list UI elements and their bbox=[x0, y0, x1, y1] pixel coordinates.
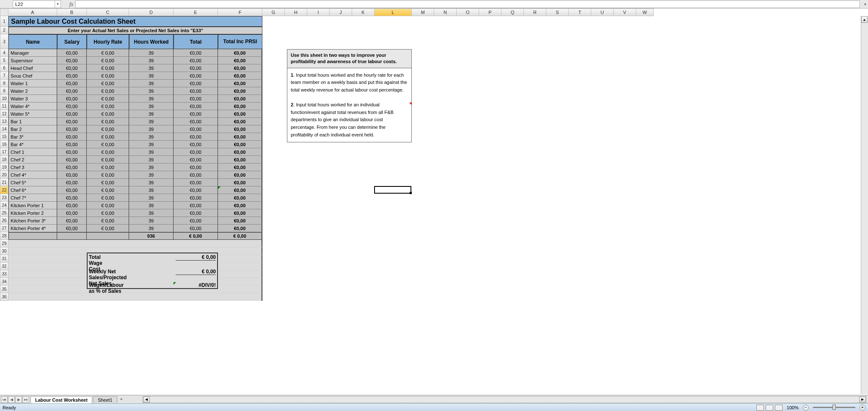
cell-E7[interactable]: €0,00 bbox=[174, 72, 218, 80]
col-header-V[interactable]: V bbox=[614, 8, 636, 16]
row-header-28[interactable]: 28 bbox=[0, 232, 8, 240]
cell-D8[interactable]: 39 bbox=[129, 80, 174, 87]
cell-F7[interactable]: €0,00 bbox=[218, 72, 262, 80]
row-header-6[interactable]: 6 bbox=[0, 64, 8, 72]
cell-B17[interactable]: €0,00 bbox=[57, 148, 87, 156]
scroll-up-icon[interactable]: ▲ bbox=[861, 16, 868, 23]
cell-B18[interactable]: €0,00 bbox=[57, 156, 87, 164]
cell-A3[interactable]: Name bbox=[8, 34, 57, 49]
row-header-12[interactable]: 12 bbox=[0, 110, 8, 118]
row-header-13[interactable]: 13 bbox=[0, 118, 8, 125]
cell-A4[interactable]: Manager bbox=[8, 49, 57, 57]
row-header-1[interactable]: 1 bbox=[0, 16, 8, 27]
cell-D14[interactable]: 39 bbox=[129, 125, 174, 133]
cell-E14[interactable]: €0,00 bbox=[174, 125, 218, 133]
cell-F10[interactable]: €0,00 bbox=[218, 95, 262, 103]
row-header-32[interactable]: 32 bbox=[0, 263, 8, 270]
cell-B25[interactable]: €0,00 bbox=[57, 209, 87, 217]
cell-B27[interactable]: €0,00 bbox=[57, 225, 87, 232]
col-header-P[interactable]: P bbox=[479, 8, 502, 16]
cell-A5[interactable]: Supervisor bbox=[8, 57, 57, 64]
cell-F11[interactable]: €0,00 bbox=[218, 103, 262, 110]
cell-A23[interactable]: Chef 7* bbox=[8, 194, 57, 202]
col-header-E[interactable]: E bbox=[174, 8, 218, 16]
row-header-24[interactable]: 24 bbox=[0, 202, 8, 209]
cell-F6[interactable]: €0,00 bbox=[218, 64, 262, 72]
cell-A8[interactable]: Waiter 1 bbox=[8, 80, 57, 87]
cell-F9[interactable]: €0,00 bbox=[218, 87, 262, 95]
cell-C5[interactable]: € 0,00 bbox=[87, 57, 129, 64]
col-header-A[interactable]: A bbox=[8, 8, 57, 16]
row-header-33[interactable]: 33 bbox=[0, 270, 8, 278]
row-header-18[interactable]: 18 bbox=[0, 156, 8, 164]
cell-C10[interactable]: € 0,00 bbox=[87, 95, 129, 103]
cell-A12[interactable]: Waiter 5* bbox=[8, 110, 57, 118]
cell-B5[interactable]: €0,00 bbox=[57, 57, 87, 64]
cell-A22[interactable]: Chef 6* bbox=[8, 186, 57, 194]
cell-E10[interactable]: €0,00 bbox=[174, 95, 218, 103]
cell-C25[interactable]: € 0,00 bbox=[87, 209, 129, 217]
cell-C24[interactable]: € 0,00 bbox=[87, 202, 129, 209]
cell-B3[interactable]: Salary bbox=[57, 34, 87, 49]
cell-D23[interactable]: 39 bbox=[129, 194, 174, 202]
cell-A18[interactable]: Chef 2 bbox=[8, 156, 57, 164]
cell-A17[interactable]: Chef 1 bbox=[8, 148, 57, 156]
cell-A2[interactable]: Enter your Actual Net Sales or Projected… bbox=[8, 27, 262, 34]
cell-F3[interactable]: Total Inc PRSI bbox=[218, 34, 262, 49]
cell-B11[interactable]: €0,00 bbox=[57, 103, 87, 110]
row-header-35[interactable]: 35 bbox=[0, 286, 8, 293]
cell-F17[interactable]: €0,00 bbox=[218, 148, 262, 156]
cell-B7[interactable]: €0,00 bbox=[57, 72, 87, 80]
cell-D28[interactable]: 936 bbox=[129, 232, 174, 240]
row-header-34[interactable]: 34 bbox=[0, 278, 8, 286]
cell-E5[interactable]: €0,00 bbox=[174, 57, 218, 64]
cell-A28[interactable] bbox=[8, 232, 57, 240]
col-header-N[interactable]: N bbox=[434, 8, 457, 16]
cell-B28[interactable] bbox=[57, 232, 87, 240]
spreadsheet-grid[interactable]: ABCDEFGHIJKLMNOPQRSTUVW 1234567891011121… bbox=[0, 8, 868, 394]
cell-C26[interactable]: € 0,00 bbox=[87, 217, 129, 225]
row-header-21[interactable]: 21 bbox=[0, 179, 8, 186]
cell-A20[interactable]: Chef 4* bbox=[8, 171, 57, 179]
cell-C19[interactable]: € 0,00 bbox=[87, 164, 129, 171]
cell-D18[interactable]: 39 bbox=[129, 156, 174, 164]
cell-C22[interactable]: € 0,00 bbox=[87, 186, 129, 194]
row-header-27[interactable]: 27 bbox=[0, 225, 8, 232]
cell-E18[interactable]: €0,00 bbox=[174, 156, 218, 164]
cell-C9[interactable]: € 0,00 bbox=[87, 87, 129, 95]
cell-A26[interactable]: Kitchen Porter 3* bbox=[8, 217, 57, 225]
col-header-L[interactable]: L bbox=[375, 8, 412, 16]
row-header-36[interactable]: 36 bbox=[0, 293, 8, 301]
row-header-30[interactable]: 30 bbox=[0, 247, 8, 255]
cell-B6[interactable]: €0,00 bbox=[57, 64, 87, 72]
cell-D11[interactable]: 39 bbox=[129, 103, 174, 110]
cell-F22[interactable]: €0,00 bbox=[218, 186, 262, 194]
cell-C21[interactable]: € 0,00 bbox=[87, 179, 129, 186]
cell-A13[interactable]: Bar 1 bbox=[8, 118, 57, 125]
col-header-B[interactable]: B bbox=[57, 8, 87, 16]
cell-B23[interactable]: €0,00 bbox=[57, 194, 87, 202]
cell-E27[interactable]: €0,00 bbox=[174, 225, 218, 232]
fill-handle[interactable] bbox=[410, 192, 412, 194]
col-header-H[interactable]: H bbox=[285, 8, 307, 16]
cell-F28[interactable]: € 0,00 bbox=[218, 232, 262, 240]
cell-F12[interactable]: €0,00 bbox=[218, 110, 262, 118]
cell-A15[interactable]: Bar 3* bbox=[8, 133, 57, 141]
cell-E25[interactable]: €0,00 bbox=[174, 209, 218, 217]
cell-D27[interactable]: 39 bbox=[129, 225, 174, 232]
cell-A27[interactable]: Kitchen Porter 4* bbox=[8, 225, 57, 232]
cell-D21[interactable]: 39 bbox=[129, 179, 174, 186]
cell-C18[interactable]: € 0,00 bbox=[87, 156, 129, 164]
formula-input[interactable] bbox=[75, 0, 860, 8]
cell-B10[interactable]: €0,00 bbox=[57, 95, 87, 103]
cell-E23[interactable]: €0,00 bbox=[174, 194, 218, 202]
cell-F23[interactable]: €0,00 bbox=[218, 194, 262, 202]
col-header-Q[interactable]: Q bbox=[502, 8, 524, 16]
cell-E24[interactable]: €0,00 bbox=[174, 202, 218, 209]
cell-F13[interactable]: €0,00 bbox=[218, 118, 262, 125]
cell-A7[interactable]: Sous Chef bbox=[8, 72, 57, 80]
cell-C27[interactable]: € 0,00 bbox=[87, 225, 129, 232]
cell-B15[interactable]: €0,00 bbox=[57, 133, 87, 141]
cell-D19[interactable]: 39 bbox=[129, 164, 174, 171]
cell-C17[interactable]: € 0,00 bbox=[87, 148, 129, 156]
